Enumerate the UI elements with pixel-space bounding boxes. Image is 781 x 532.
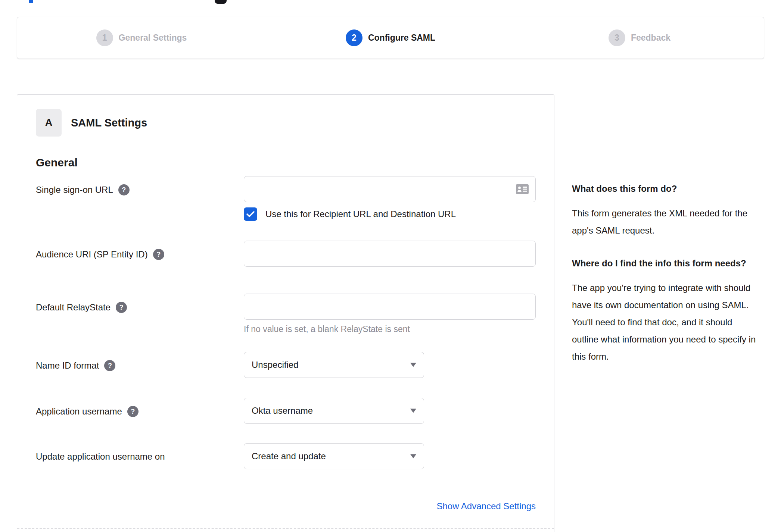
application-username-value: Okta username xyxy=(252,406,313,416)
help-icon[interactable]: ? xyxy=(104,360,115,371)
show-advanced-settings-link[interactable]: Show Advanced Settings xyxy=(436,501,536,511)
sidebar-section-what: What does this form do? This form genera… xyxy=(572,182,759,239)
section-a-badge: A xyxy=(36,109,62,137)
sso-url-input[interactable] xyxy=(244,176,535,202)
cut-off-dark-icon xyxy=(215,0,227,4)
step-label: Feedback xyxy=(631,33,670,43)
step-label: General Settings xyxy=(119,33,187,43)
name-id-format-select[interactable]: Unspecified xyxy=(244,352,424,378)
help-icon[interactable]: ? xyxy=(153,249,164,260)
help-icon[interactable]: ? xyxy=(127,406,139,417)
recipient-url-checkbox[interactable] xyxy=(244,207,257,221)
sidebar-body: The app you're trying to integrate with … xyxy=(572,279,759,365)
step-general-settings[interactable]: 1 General Settings xyxy=(17,17,266,59)
application-username-label: Application username xyxy=(36,406,122,417)
section-dashed-divider xyxy=(17,528,554,529)
general-group-heading: General xyxy=(36,156,535,169)
sidebar-section-where: Where do I find the info this form needs… xyxy=(572,257,759,365)
sidebar-heading: Where do I find the info this form needs… xyxy=(572,257,759,270)
recipient-url-checkbox-label[interactable]: Use this for Recipient URL and Destinati… xyxy=(265,209,456,219)
name-id-format-label: Name ID format xyxy=(36,360,99,371)
step-number-badge: 2 xyxy=(346,29,363,46)
step-feedback[interactable]: 3 Feedback xyxy=(515,17,764,59)
sidebar-heading: What does this form do? xyxy=(572,182,759,195)
update-application-username-row: Update application username on Create an… xyxy=(36,443,535,469)
application-username-row: Application username ? Okta username xyxy=(36,398,535,424)
cut-off-blue-accent xyxy=(29,0,33,3)
step-label: Configure SAML xyxy=(368,33,435,43)
audience-uri-input[interactable] xyxy=(244,241,535,266)
contact-card-icon[interactable] xyxy=(516,184,529,194)
audience-uri-row: Audience URI (SP Entity ID) ? xyxy=(36,241,535,267)
sso-url-label: Single sign-on URL xyxy=(36,185,113,195)
sidebar-body: This form generates the XML needed for t… xyxy=(572,205,759,239)
help-icon[interactable]: ? xyxy=(116,302,127,313)
wizard-stepper: 1 General Settings 2 Configure SAML 3 Fe… xyxy=(17,17,764,59)
relay-state-row: Default RelayState ? If no value is set,… xyxy=(36,294,535,334)
chevron-down-icon xyxy=(410,409,416,413)
section-title: SAML Settings xyxy=(71,117,147,129)
saml-settings-panel: A SAML Settings General Single sign-on U… xyxy=(17,94,554,532)
step-number-badge: 3 xyxy=(609,29,625,46)
relay-state-hint: If no value is set, a blank RelayState i… xyxy=(244,324,536,334)
application-username-select[interactable]: Okta username xyxy=(244,398,424,424)
step-number-badge: 1 xyxy=(96,29,113,46)
audience-uri-label: Audience URI (SP Entity ID) xyxy=(36,249,148,260)
update-application-username-select[interactable]: Create and update xyxy=(244,443,424,469)
name-id-format-row: Name ID format ? Unspecified xyxy=(36,352,535,378)
sso-url-row: Single sign-on URL ? xyxy=(36,176,535,221)
chevron-down-icon xyxy=(410,454,416,459)
name-id-format-value: Unspecified xyxy=(252,360,298,370)
help-sidebar: What does this form do? This form genera… xyxy=(572,182,759,365)
help-icon[interactable]: ? xyxy=(118,184,130,195)
step-configure-saml[interactable]: 2 Configure SAML xyxy=(266,17,515,59)
relay-state-input[interactable] xyxy=(244,294,535,319)
update-application-username-label: Update application username on xyxy=(36,451,165,462)
chevron-down-icon xyxy=(410,363,416,367)
update-application-username-value: Create and update xyxy=(252,451,326,461)
relay-state-label: Default RelayState xyxy=(36,302,111,313)
